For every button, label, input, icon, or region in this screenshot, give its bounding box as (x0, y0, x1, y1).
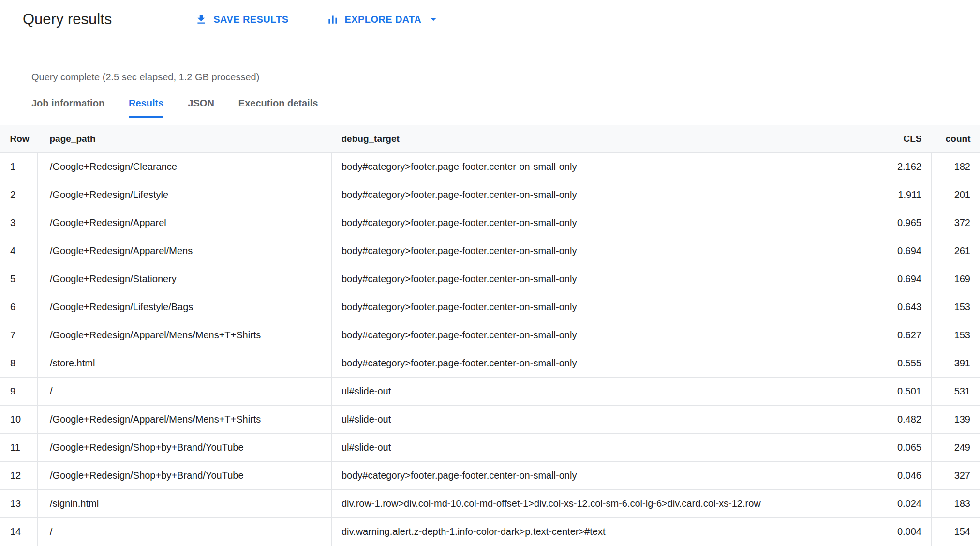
count-cell: 153 (932, 321, 980, 349)
page-path-cell: /Google+Redesign/Shop+by+Brand/YouTube (38, 434, 332, 462)
dropdown-arrow-icon (427, 13, 440, 26)
table-row: 5/Google+Redesign/Stationerybody#categor… (0, 265, 980, 293)
page-path-cell: /Google+Redesign/Shop+by+Brand/YouTube (38, 462, 332, 490)
column-header-count: count (932, 125, 980, 153)
debug-target-cell: body#category>footer.page-footer.center-… (332, 462, 891, 490)
row-number-cell: 11 (0, 434, 38, 462)
count-cell: 182 (932, 153, 980, 181)
page-path-cell: /Google+Redesign/Apparel (38, 209, 332, 237)
table-header-row: Row page_path debug_target CLS count (0, 125, 980, 153)
save-results-label: SAVE RESULTS (213, 14, 288, 25)
column-header-page-path: page_path (38, 125, 332, 153)
results-table: Row page_path debug_target CLS count 1/G… (0, 125, 980, 546)
tab-execution-details[interactable]: Execution details (238, 98, 318, 118)
page-path-cell: /Google+Redesign/Lifestyle/Bags (38, 293, 332, 321)
row-number-cell: 7 (0, 321, 38, 349)
cls-cell: 0.065 (891, 434, 932, 462)
row-number-cell: 5 (0, 265, 38, 293)
cls-cell: 1.911 (891, 181, 932, 209)
row-number-cell: 6 (0, 293, 38, 321)
count-cell: 139 (932, 406, 980, 434)
save-results-button[interactable]: SAVE RESULTS (195, 13, 288, 26)
column-header-cls: CLS (891, 125, 932, 153)
table-row: 7/Google+Redesign/Apparel/Mens/Mens+T+Sh… (0, 321, 980, 349)
row-number-cell: 8 (0, 349, 38, 378)
cls-cell: 0.024 (891, 490, 932, 518)
count-cell: 201 (932, 181, 980, 209)
cls-cell: 0.046 (891, 462, 932, 490)
debug-target-cell: body#category>footer.page-footer.center-… (332, 321, 891, 349)
debug-target-cell: body#category>footer.page-footer.center-… (332, 293, 891, 321)
page-path-cell: /Google+Redesign/Apparel/Mens/Mens+T+Shi… (38, 406, 332, 434)
results-tabs: Job information Results JSON Execution d… (31, 98, 980, 118)
cls-cell: 0.694 (891, 265, 932, 293)
count-cell: 261 (932, 237, 980, 265)
query-status-text: Query complete (2.5 sec elapsed, 1.2 GB … (31, 71, 980, 83)
tab-json[interactable]: JSON (188, 98, 214, 118)
cls-cell: 0.482 (891, 406, 932, 434)
column-header-debug-target: debug_target (332, 125, 891, 153)
tab-results[interactable]: Results (129, 98, 163, 118)
table-row: 14/div.warning.alert.z-depth-1.info-colo… (0, 518, 980, 546)
tab-job-information[interactable]: Job information (31, 98, 104, 118)
debug-target-cell: ul#slide-out (332, 378, 891, 406)
debug-target-cell: body#category>footer.page-footer.center-… (332, 209, 891, 237)
cls-cell: 0.965 (891, 209, 932, 237)
debug-target-cell: body#category>footer.page-footer.center-… (332, 265, 891, 293)
page-path-cell: /Google+Redesign/Clearance (38, 153, 332, 181)
row-number-cell: 12 (0, 462, 38, 490)
table-row: 3/Google+Redesign/Apparelbody#category>f… (0, 209, 980, 237)
results-tbody: 1/Google+Redesign/Clearancebody#category… (0, 153, 980, 546)
page-path-cell: /Google+Redesign/Apparel/Mens/Mens+T+Shi… (38, 321, 332, 349)
table-row: 11/Google+Redesign/Shop+by+Brand/YouTube… (0, 434, 980, 462)
count-cell: 391 (932, 349, 980, 378)
cls-cell: 0.004 (891, 518, 932, 546)
row-number-cell: 3 (0, 209, 38, 237)
cls-cell: 0.555 (891, 349, 932, 378)
table-row: 9/ul#slide-out0.501531 (0, 378, 980, 406)
page-path-cell: /Google+Redesign/Stationery (38, 265, 332, 293)
row-number-cell: 1 (0, 153, 38, 181)
table-row: 8/store.htmlbody#category>footer.page-fo… (0, 349, 980, 378)
table-row: 6/Google+Redesign/Lifestyle/Bagsbody#cat… (0, 293, 980, 321)
cls-cell: 0.643 (891, 293, 932, 321)
row-number-cell: 10 (0, 406, 38, 434)
results-toolbar: Query results SAVE RESULTS EXPLORE DATA (0, 0, 980, 39)
debug-target-cell: body#category>footer.page-footer.center-… (332, 153, 891, 181)
row-number-cell: 2 (0, 181, 38, 209)
row-number-cell: 9 (0, 378, 38, 406)
debug-target-cell: ul#slide-out (332, 406, 891, 434)
page-path-cell: /Google+Redesign/Apparel/Mens (38, 237, 332, 265)
table-row: 13/signin.htmldiv.row-1.row>div.col-md-1… (0, 490, 980, 518)
page-path-cell: /signin.html (38, 490, 332, 518)
cls-cell: 0.694 (891, 237, 932, 265)
debug-target-cell: div.row-1.row>div.col-md-10.col-md-offse… (332, 490, 891, 518)
row-number-cell: 4 (0, 237, 38, 265)
cls-cell: 0.627 (891, 321, 932, 349)
page-path-cell: /store.html (38, 349, 332, 378)
table-row: 2/Google+Redesign/Lifestylebody#category… (0, 181, 980, 209)
table-row: 12/Google+Redesign/Shop+by+Brand/YouTube… (0, 462, 980, 490)
table-row: 10/Google+Redesign/Apparel/Mens/Mens+T+S… (0, 406, 980, 434)
explore-data-button[interactable]: EXPLORE DATA (327, 13, 440, 26)
query-results-panel: { "header": { "title": "Query results", … (0, 0, 980, 546)
table-row: 1/Google+Redesign/Clearancebody#category… (0, 153, 980, 181)
bar-chart-icon (327, 13, 339, 26)
debug-target-cell: ul#slide-out (332, 434, 891, 462)
page-title: Query results (23, 11, 112, 28)
count-cell: 531 (932, 378, 980, 406)
cls-cell: 2.162 (891, 153, 932, 181)
debug-target-cell: body#category>footer.page-footer.center-… (332, 349, 891, 378)
debug-target-cell: div.warning.alert.z-depth-1.info-color-d… (332, 518, 891, 546)
count-cell: 249 (932, 434, 980, 462)
count-cell: 327 (932, 462, 980, 490)
table-row: 4/Google+Redesign/Apparel/Mensbody#categ… (0, 237, 980, 265)
count-cell: 372 (932, 209, 980, 237)
row-number-cell: 14 (0, 518, 38, 546)
row-number-cell: 13 (0, 490, 38, 518)
page-path-cell: / (38, 518, 332, 546)
debug-target-cell: body#category>footer.page-footer.center-… (332, 181, 891, 209)
count-cell: 183 (932, 490, 980, 518)
count-cell: 153 (932, 293, 980, 321)
count-cell: 154 (932, 518, 980, 546)
